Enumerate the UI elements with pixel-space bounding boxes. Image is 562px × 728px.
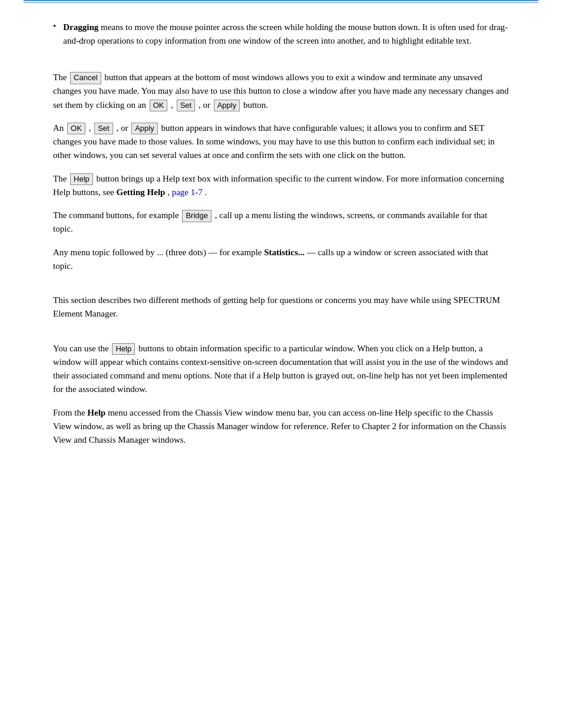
bullet-dot: • [53, 21, 56, 31]
stats-para-text1: Any menu topic followed by ... (three do… [53, 248, 264, 257]
cancel-para-text1: The [53, 73, 69, 82]
set-button-inline-1: Set [177, 100, 196, 111]
help-menu-text1: From the [53, 408, 87, 417]
help-para-text1: The [53, 174, 69, 183]
cancel-paragraph: The Cancel button that appears at the bo… [53, 71, 509, 112]
getting-help-intro: This section describes two different met… [53, 294, 509, 321]
dragging-text: Dragging means to move the mouse pointer… [63, 21, 509, 47]
cancel-para-text4: , or [199, 100, 213, 110]
getting-help-bold: Getting Help [116, 187, 165, 197]
content-area: • Dragging means to move the mouse point… [0, 21, 562, 447]
set-button-inline-2: Set [94, 123, 113, 134]
ok-para-text2: , [89, 123, 94, 133]
help-button-inline-2: Help [112, 343, 135, 355]
cancel-button-inline: Cancel [70, 72, 101, 84]
statistics-bold: Statistics... [264, 248, 305, 257]
bullet-section-dragging: • Dragging means to move the mouse point… [53, 21, 509, 47]
bridge-para-text1: The command buttons, for example [53, 210, 181, 220]
help-buttons-description: You can use the Help buttons to obtain i… [53, 342, 509, 397]
getting-help-intro-text: This section describes two different met… [53, 295, 500, 318]
ok-button-inline-2: OK [67, 123, 85, 134]
page-1-7-link[interactable]: page 1-7 [172, 187, 203, 197]
apply-button-inline-1: Apply [214, 100, 240, 111]
dragging-description: means to move the mouse pointer across t… [63, 22, 508, 45]
top-rule-thin [24, 2, 538, 3]
apply-button-inline-2: Apply [131, 123, 158, 134]
help-button-paragraph: The Help button brings up a Help text bo… [53, 172, 509, 200]
statistics-paragraph: Any menu topic followed by ... (three do… [53, 246, 509, 274]
cancel-para-text5: button. [243, 100, 268, 110]
dragging-bold: Dragging [63, 22, 98, 32]
bridge-button-inline: Bridge [182, 210, 211, 222]
cancel-para-text2: button that appears at the bottom of mos… [53, 73, 509, 110]
top-rule-thick [24, 0, 538, 1]
help-menu-text2: menu accessed from the Chassis View wind… [53, 408, 506, 445]
ok-para-text3: , or [116, 123, 130, 133]
help-menu-description: From the Help menu accessed from the Cha… [53, 406, 509, 447]
bridge-paragraph: The command buttons, for example Bridge … [53, 209, 509, 236]
ok-button-inline-1: OK [150, 100, 168, 111]
help-menu-bold: Help [87, 408, 105, 417]
bullet-item-dragging: • Dragging means to move the mouse point… [53, 21, 509, 47]
cancel-para-text3: , [171, 100, 176, 110]
ok-set-apply-paragraph: An OK , Set , or Apply button appears in… [53, 121, 509, 163]
help-button-inline-1: Help [70, 173, 93, 185]
help-para-text4: . [204, 187, 207, 197]
help-para-text3: , [167, 187, 172, 197]
help-btns-text1: You can use the [53, 344, 111, 353]
ok-para-text1: An [53, 123, 66, 133]
page-container: • Dragging means to move the mouse point… [0, 0, 562, 728]
